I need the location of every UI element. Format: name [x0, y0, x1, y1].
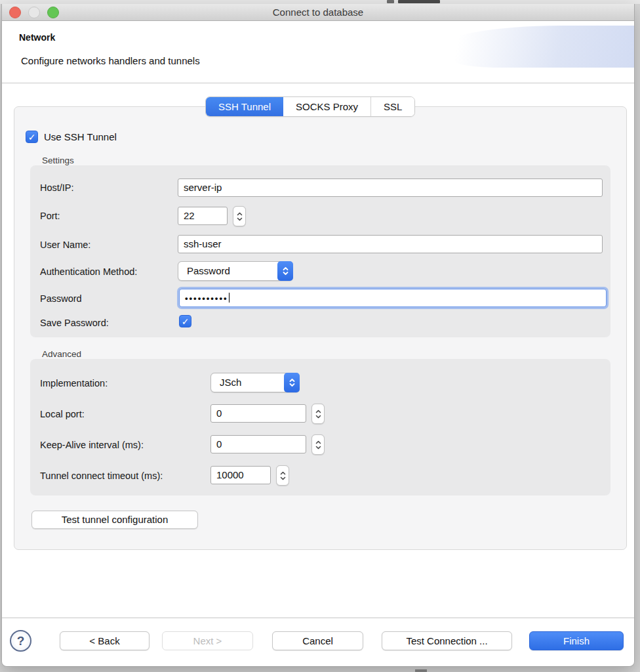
stepper-arrows-icon	[315, 439, 322, 451]
use-ssh-tunnel-checkbox[interactable]: ✓	[26, 131, 38, 143]
title-bar[interactable]: Connect to database	[2, 4, 634, 21]
tab-ssh-tunnel[interactable]: SSH Tunnel	[206, 97, 283, 116]
implementation-value: JSch	[220, 373, 241, 392]
password-value: ••••••••••	[185, 293, 228, 303]
next-button[interactable]: Next >	[162, 631, 253, 650]
network-tabs: SSH Tunnel SOCKS Proxy SSL	[205, 96, 415, 117]
use-ssh-tunnel-label: Use SSH Tunnel	[44, 131, 117, 142]
stepper-arrows-icon	[236, 211, 243, 222]
port-value: 22	[184, 210, 195, 221]
background-window-text-fragment	[398, 0, 440, 3]
keep-alive-stepper[interactable]	[311, 434, 325, 455]
test-tunnel-configuration-button[interactable]: Test tunnel configuration	[31, 511, 198, 529]
auth-method-select[interactable]: Password	[178, 261, 293, 281]
settings-group-label: Settings	[42, 156, 74, 165]
port-stepper[interactable]	[233, 206, 246, 226]
save-password-label: Save Password:	[40, 318, 109, 328]
tab-socks-proxy[interactable]: SOCKS Proxy	[283, 97, 371, 116]
implementation-label: Implementation:	[40, 378, 108, 388]
port-input[interactable]: 22	[178, 207, 228, 225]
connect-to-database-dialog: Connect to database Network Configure ne…	[1, 4, 635, 667]
local-port-value: 0	[216, 408, 222, 419]
password-input[interactable]: ••••••••••	[179, 289, 607, 307]
local-port-input[interactable]: 0	[210, 404, 306, 423]
implementation-select[interactable]: JSch	[210, 373, 300, 392]
port-label: Port:	[40, 211, 60, 221]
user-name-input[interactable]: ssh-user	[178, 235, 603, 253]
advanced-group: Implementation: JSch Local port: 0 Keep-…	[30, 359, 610, 495]
keep-alive-value: 0	[216, 438, 222, 450]
stepper-arrows-icon	[315, 408, 322, 420]
host-value: server-ip	[184, 182, 222, 193]
page-title: Network	[19, 32, 55, 43]
tunnel-timeout-input[interactable]: 10000	[210, 466, 271, 484]
host-label: Host/IP:	[40, 182, 74, 193]
save-password-checkbox[interactable]: ✓	[179, 315, 191, 327]
user-name-value: ssh-user	[184, 238, 222, 249]
tab-ssl[interactable]: SSL	[371, 97, 414, 116]
close-button[interactable]	[9, 7, 21, 18]
test-connection-button[interactable]: Test Connection ...	[382, 631, 512, 650]
select-arrows-icon	[277, 261, 293, 281]
select-arrows-icon	[284, 373, 300, 392]
user-name-label: User Name:	[40, 240, 90, 250]
keep-alive-input[interactable]: 0	[210, 435, 306, 453]
keep-alive-label: Keep-Alive interval (ms):	[40, 440, 144, 450]
settings-group: Host/IP: server-ip Port: 22 User Name: s…	[30, 165, 610, 337]
finish-button[interactable]: Finish	[529, 631, 624, 650]
wizard-header: Network Configure networks handlers and …	[2, 22, 634, 83]
zoom-button[interactable]	[47, 7, 59, 18]
advanced-group-label: Advanced	[42, 349, 81, 359]
footer-separator	[2, 618, 634, 618]
tunnel-timeout-value: 10000	[216, 469, 244, 480]
minimize-button[interactable]	[28, 7, 40, 18]
local-port-stepper[interactable]	[311, 404, 325, 424]
window-title: Connect to database	[2, 4, 634, 21]
auth-method-label: Authentication Method:	[40, 266, 137, 277]
help-button[interactable]: ?	[10, 630, 31, 652]
tunnel-timeout-stepper[interactable]	[276, 465, 289, 486]
back-button[interactable]: < Back	[60, 631, 150, 650]
tunnel-timeout-label: Tunnel connect timeout (ms):	[40, 471, 163, 481]
stepper-arrows-icon	[279, 470, 287, 482]
text-caret	[229, 293, 230, 303]
header-swoosh-graphic	[437, 26, 634, 68]
local-port-label: Local port:	[40, 409, 85, 419]
page-subtitle: Configure networks handlers and tunnels	[21, 55, 200, 66]
host-input[interactable]: server-ip	[178, 178, 603, 197]
background-window-bottom-fragment	[415, 669, 427, 672]
password-label: Password	[40, 293, 82, 304]
cancel-button[interactable]: Cancel	[272, 631, 363, 650]
background-window-icon	[387, 0, 394, 3]
auth-method-value: Password	[187, 262, 230, 280]
